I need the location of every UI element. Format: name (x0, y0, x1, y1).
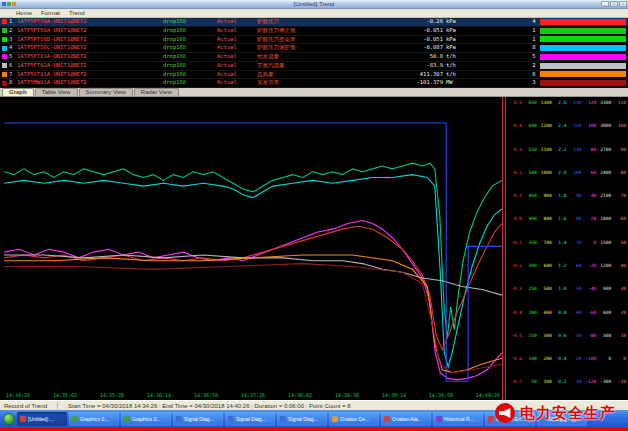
taskbar-button[interactable]: Graphics 0... (121, 412, 171, 426)
maximize-button[interactable]: □ (610, 1, 618, 7)
signal-value: -0.26 (385, 19, 443, 25)
table-row[interactable]: 31ATP5PT58B-UNIT1@NET2drop168Actual炉膛压力变… (0, 36, 628, 45)
table-row[interactable]: 21ATP5PT58A-UNIT1@NET2drop168Actual炉膛压力修… (0, 27, 628, 36)
axis-tick: 2700 (597, 148, 611, 153)
table-row[interactable]: 11ATP5PT59A-UNIT1@NET2drop168Actual炉膛压力-… (0, 18, 628, 27)
axis-tick: 150 (523, 334, 537, 339)
signal-unit: kPa (443, 28, 473, 34)
axis-tick: 120 (582, 101, 596, 106)
taskbar-button-label: Graphics 0... (132, 416, 160, 422)
axis-tick: 10 (612, 334, 626, 339)
taskbar-button[interactable]: Ovation Ala... (381, 412, 431, 426)
table-row[interactable]: 71ATP5ST01A-UNIT1@NET2drop168Actual总风量41… (0, 71, 628, 80)
row-number: 3 (9, 37, 17, 43)
axis-tick: 130 (568, 101, 582, 106)
series-legend-bar (540, 28, 626, 34)
taskbar-button[interactable]: Signal Diag... (277, 412, 327, 426)
signal-unit: kPa (443, 19, 473, 25)
signal-name: 1ATP5PT58B-UNIT1@NET2 (17, 37, 163, 43)
axis-tick: 2.4 (553, 124, 567, 129)
taskbar-button[interactable]: Graphics 0... (69, 412, 119, 426)
axis-tick: 30 (612, 287, 626, 292)
value-mode: Actual (217, 28, 257, 34)
tab-graph[interactable]: Graph (2, 88, 34, 96)
trend-plot[interactable]: 14:34:2614:35:0214:35:3814:36:1414:36:50… (4, 100, 502, 400)
signal-name: 1ATP5FT02A-UNIT1@NET2 (17, 63, 163, 69)
tab-radar-view[interactable]: Radar View (134, 88, 179, 96)
signal-value: -83.9 (385, 63, 443, 69)
axis-tick: 100 (523, 357, 537, 362)
minimize-button[interactable]: _ (601, 1, 609, 7)
taskbar-button-label: Historical R... (444, 416, 474, 422)
axis-tick: 600 (538, 264, 552, 269)
drop-name: drop168 (163, 63, 217, 69)
signal-unit: t/h (443, 54, 473, 60)
axis-tick: 1200 (538, 124, 552, 129)
save-icon[interactable] (7, 2, 11, 6)
table-row[interactable]: 61ATP5FT02A-UNIT1@NET2drop168Actual主蒸汽流量… (0, 62, 628, 71)
menu-item-trend[interactable]: Trend (69, 10, 84, 16)
tab-table-view[interactable]: Table View (35, 88, 78, 96)
axis-tick: 0.5 (508, 101, 522, 106)
axis-number: 3 (528, 80, 540, 86)
undo-icon[interactable] (12, 2, 16, 6)
menu-item-format[interactable]: Format (41, 10, 60, 16)
axis-number: 1 (528, 28, 540, 34)
time-tick: 14:39:14 (382, 392, 406, 398)
trend-line-steam-flow (4, 175, 502, 367)
tab-summary-view[interactable]: Summary View (79, 88, 133, 96)
time-tick: 14:35:02 (53, 392, 77, 398)
axis-column-trip-state: 130120110100908070605040302010 (568, 101, 582, 385)
axis-tick: 60 (612, 217, 626, 222)
taskbar-button[interactable]: Signal Diag... (173, 412, 223, 426)
axis-tick: 50 (612, 241, 626, 246)
time-tick: 14:40:26 (476, 392, 500, 398)
close-button[interactable]: × (619, 1, 627, 7)
row-number: 4 (9, 45, 17, 51)
taskbar-app-icon (436, 416, 442, 422)
axis-column-steam-flow: 1300120011001000900800700600500400300200… (538, 101, 552, 385)
start-button[interactable] (3, 413, 15, 425)
signal-description: 炉膛压力保护值 (257, 45, 385, 51)
watermark-text: 电力安全生产 (520, 404, 616, 423)
value-mode: Actual (217, 80, 257, 86)
series-color-chip (2, 54, 7, 59)
axis-tick: 1100 (538, 148, 552, 153)
taskbar-button[interactable]: Historical R... (433, 412, 483, 426)
table-row[interactable]: 41ATP5PT58C-UNIT1@NET2drop168Actual炉膛压力保… (0, 44, 628, 53)
signal-unit: t/h (443, 72, 473, 78)
axis-tick: 700 (538, 241, 552, 246)
time-tick: 14:36:50 (194, 392, 218, 398)
drop-name: drop168 (163, 19, 217, 25)
taskbar-button[interactable]: Ovation De... (329, 412, 379, 426)
axis-tick: 1.6 (553, 217, 567, 222)
signal-name: 1ATP5PT59A-UNIT1@NET2 (17, 19, 163, 25)
axis-number: 8 (528, 45, 540, 51)
taskbar-button[interactable]: Signal Diag... (225, 412, 275, 426)
menu-item-home[interactable]: Home (16, 10, 32, 16)
status-separator (57, 402, 58, 409)
trend-chart-area: 14:34:2614:35:0214:35:3814:36:1414:36:50… (0, 97, 628, 400)
signal-unit: MW (443, 80, 473, 86)
table-row[interactable]: 81ATP5MW01A-UNIT1@NET2drop168Actual实发功率-… (0, 79, 628, 88)
axis-column-drum-level: 120100806040200-20-40-60-80-100-120 (582, 101, 596, 385)
taskbar-button[interactable]: [Untitled]:... (17, 412, 67, 426)
view-tab-strip: GraphTable ViewSummary ViewRadar View (0, 88, 628, 97)
axis-tick: -60 (582, 311, 596, 316)
axis-tick: 2.6 (553, 101, 567, 106)
axis-tick: 200 (538, 357, 552, 362)
signal-unit: t/h (443, 63, 473, 69)
axis-tick: -0.6 (508, 357, 522, 362)
series-color-chip (2, 37, 7, 42)
axis-tick: 60 (568, 264, 582, 269)
axis-tick: -100 (582, 357, 596, 362)
table-row[interactable]: 51ATP5FT01A-UNIT1@NET2drop168Actual给水流量5… (0, 53, 628, 62)
signal-value: -0.087 (385, 45, 443, 51)
app-icon (2, 2, 6, 6)
axis-tick: 40 (612, 264, 626, 269)
series-legend-bar (540, 63, 626, 69)
axis-tick: 1300 (538, 101, 552, 106)
axis-tick: 300 (538, 334, 552, 339)
axis-tick: 800 (538, 217, 552, 222)
axis-tick: 500 (538, 287, 552, 292)
